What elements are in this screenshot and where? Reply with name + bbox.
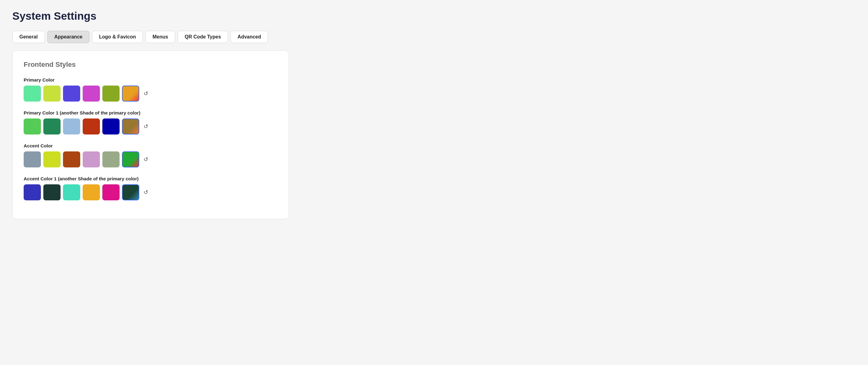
tab-general[interactable]: General [12, 31, 45, 43]
color-group-accent-color-1: Accent Color 1 (another Shade of the pri… [24, 176, 278, 200]
content-card: Frontend Styles Primary Color ↺ Primary … [12, 51, 289, 219]
page-title: System Settings [12, 10, 856, 22]
color-group-accent-color-1-label: Accent Color 1 (another Shade of the pri… [24, 176, 278, 181]
swatch-accent1-0[interactable] [24, 184, 41, 200]
swatch-accent1-3[interactable] [83, 184, 100, 200]
color-group-primary-color-1-label: Primary Color 1 (another Shade of the pr… [24, 110, 278, 115]
swatch-primary-5-selected[interactable] [122, 86, 139, 102]
tab-logo-favicon[interactable]: Logo & Favicon [92, 31, 143, 43]
swatch-primary1-3[interactable] [83, 118, 100, 135]
tab-qr-code-types[interactable]: QR Code Types [178, 31, 228, 43]
swatch-accent1-2[interactable] [63, 184, 80, 200]
swatch-primary1-1[interactable] [43, 118, 61, 135]
reset-primary-color-button[interactable]: ↺ [142, 89, 150, 98]
color-swatches-primary-color: ↺ [24, 86, 278, 102]
tab-advanced[interactable]: Advanced [230, 31, 268, 43]
swatch-primary-3[interactable] [83, 86, 100, 102]
swatch-primary-0[interactable] [24, 86, 41, 102]
tab-menus[interactable]: Menus [145, 31, 175, 43]
swatch-primary-4[interactable] [102, 86, 120, 102]
color-swatches-primary-color-1: ↺ [24, 118, 278, 135]
color-group-primary-color-1: Primary Color 1 (another Shade of the pr… [24, 110, 278, 135]
tabs-nav: General Appearance Logo & Favicon Menus … [12, 31, 856, 43]
reset-accent-color-1-button[interactable]: ↺ [142, 188, 150, 197]
section-title: Frontend Styles [24, 61, 278, 68]
reset-accent-color-button[interactable]: ↺ [142, 155, 150, 164]
swatch-accent1-5-selected[interactable] [122, 184, 139, 200]
swatch-accent-4[interactable] [102, 151, 120, 167]
swatch-primary-1[interactable] [43, 86, 61, 102]
swatch-accent-0[interactable] [24, 151, 41, 167]
swatch-primary1-4[interactable] [102, 118, 120, 135]
color-swatches-accent-color-1: ↺ [24, 184, 278, 200]
tab-appearance[interactable]: Appearance [47, 31, 90, 43]
swatch-accent1-1[interactable] [43, 184, 61, 200]
reset-primary-color-1-button[interactable]: ↺ [142, 122, 150, 131]
swatch-primary1-0[interactable] [24, 118, 41, 135]
swatch-accent-5-selected[interactable] [122, 151, 139, 167]
color-group-primary-color: Primary Color ↺ [24, 77, 278, 102]
color-group-accent-color: Accent Color ↺ [24, 143, 278, 167]
color-group-accent-color-label: Accent Color [24, 143, 278, 148]
color-swatches-accent-color: ↺ [24, 151, 278, 167]
color-group-primary-color-label: Primary Color [24, 77, 278, 82]
swatch-accent-1[interactable] [43, 151, 61, 167]
swatch-accent-2[interactable] [63, 151, 80, 167]
swatch-primary1-5-selected[interactable] [122, 118, 139, 135]
swatch-accent-3[interactable] [83, 151, 100, 167]
swatch-primary1-2[interactable] [63, 118, 80, 135]
swatch-primary-2[interactable] [63, 86, 80, 102]
swatch-accent1-4[interactable] [102, 184, 120, 200]
